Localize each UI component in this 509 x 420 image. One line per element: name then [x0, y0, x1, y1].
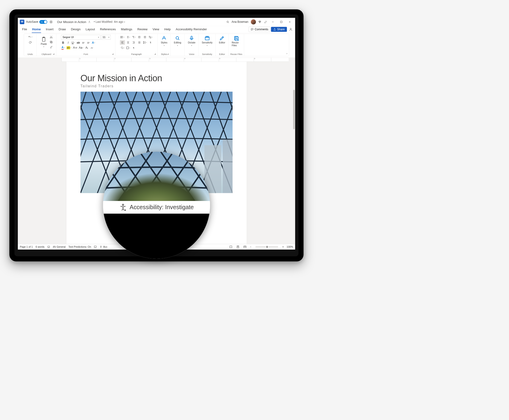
font-name-select[interactable]: Segoe UI▾ — [61, 35, 100, 40]
subscript-button[interactable]: x2 — [81, 41, 85, 45]
eraser-icon[interactable] — [264, 20, 268, 24]
toggle-switch-on[interactable]: On — [39, 20, 47, 24]
sort-button[interactable] — [148, 35, 153, 39]
reuse-files-button[interactable]: Reuse Files — [230, 35, 242, 48]
user-account[interactable]: Ana Bowman — [232, 19, 256, 24]
web-layout-view-icon[interactable] — [243, 245, 247, 249]
align-center-button[interactable] — [125, 40, 131, 45]
text-predictions[interactable]: Text Predictions: On — [68, 245, 91, 248]
tab-layout[interactable]: Layout — [83, 26, 97, 32]
avatar[interactable] — [251, 19, 256, 24]
zoom-in-button[interactable]: + — [282, 245, 284, 248]
multilevel-list-button[interactable] — [131, 35, 136, 39]
display-settings-icon[interactable] — [94, 245, 97, 248]
group-reuse: Reuse Files Reuse Files — [229, 34, 244, 56]
change-case-button[interactable]: Aa — [78, 45, 84, 50]
tab-insert[interactable]: Insert — [44, 26, 56, 32]
shading-button[interactable] — [120, 45, 125, 50]
tab-accessibility-reminder[interactable]: Accessibility Reminder — [173, 26, 209, 32]
paragraph-marks-button[interactable]: ¶ — [131, 45, 136, 50]
undo-button[interactable] — [28, 35, 33, 39]
tab-help[interactable]: Help — [162, 26, 173, 32]
justify-button[interactable] — [137, 40, 142, 45]
paragraph-dialog-launcher[interactable]: ◢ — [155, 53, 157, 55]
editing-button[interactable]: Editing▾ — [172, 35, 183, 47]
copy-button[interactable] — [49, 40, 53, 44]
superscript-button[interactable]: x2 — [86, 41, 91, 45]
grow-font-button[interactable]: A▴ — [85, 45, 89, 50]
share-button[interactable]: Share — [271, 27, 287, 32]
tab-design[interactable]: Design — [69, 26, 83, 32]
group-styles: Styles▾ Styles ◢ — [158, 34, 171, 56]
autosave-toggle[interactable]: AutoSave On — [26, 20, 47, 24]
document-heading[interactable]: Our Mission in Action — [81, 73, 233, 83]
print-layout-view-icon[interactable] — [236, 245, 240, 249]
ribbon: Undo Paste▾ Clipboard ◢ Segoe UI▾ 11▾ B … — [18, 33, 295, 58]
clear-formatting-button[interactable]: A⌫ — [73, 45, 77, 50]
page-count[interactable]: Page 1 of 1 — [20, 245, 33, 248]
styles-button[interactable]: Styles▾ — [159, 35, 169, 47]
close-button[interactable] — [286, 19, 293, 25]
tab-view[interactable]: View — [150, 26, 162, 32]
horizontal-ruler[interactable]: 123456 — [61, 58, 289, 62]
font-dialog-launcher[interactable]: ◢ — [112, 53, 115, 55]
scrollbar-thumb[interactable] — [293, 90, 295, 129]
comments-button[interactable]: Comments — [249, 27, 270, 32]
highlight-button[interactable]: ab — [66, 45, 72, 50]
align-left-button[interactable] — [120, 40, 125, 45]
maximize-button[interactable] — [278, 19, 285, 25]
cut-button[interactable] — [49, 35, 53, 39]
save-icon[interactable] — [49, 20, 53, 24]
accessibility-status[interactable]: Acc — [99, 245, 107, 248]
redo-button[interactable] — [28, 40, 32, 44]
account-manager-icon[interactable] — [288, 27, 293, 32]
search-icon[interactable] — [226, 20, 230, 24]
decrease-indent-button[interactable] — [137, 35, 142, 39]
show-marks-button[interactable]: ¶ — [148, 40, 153, 45]
increase-indent-button[interactable] — [142, 35, 148, 39]
text-effects-button[interactable]: A — [91, 41, 96, 45]
word-count[interactable]: 6 words — [36, 245, 44, 248]
zoom-slider[interactable] — [256, 247, 278, 247]
tab-review[interactable]: Review — [135, 26, 150, 32]
styles-dialog-launcher[interactable]: ◢ — [167, 53, 170, 55]
dictate-button[interactable]: Dictate▾ — [187, 35, 197, 47]
font-color-button[interactable]: A — [61, 45, 65, 50]
document-title[interactable]: Our Mission in Action — [57, 20, 86, 24]
last-modified[interactable]: • Last Modified: 4m ago▾ — [94, 20, 125, 23]
font-size-select[interactable]: 11▾ — [101, 35, 111, 40]
focus-view-icon[interactable] — [229, 245, 233, 249]
align-right-button[interactable] — [131, 40, 136, 45]
tab-references[interactable]: References — [98, 26, 118, 32]
minimize-button[interactable] — [269, 19, 276, 25]
tab-home[interactable]: Home — [30, 26, 43, 32]
sensitivity-status[interactable]: General — [53, 245, 66, 248]
focus-mode-icon[interactable] — [47, 245, 50, 248]
paste-button[interactable]: Paste▾ — [39, 35, 48, 49]
tab-draw[interactable]: Draw — [56, 26, 68, 32]
diamond-premium-icon[interactable] — [258, 20, 262, 24]
zoom-level[interactable]: 100% — [287, 245, 293, 248]
shared-with-icon[interactable] — [88, 20, 91, 23]
strikethrough-button[interactable]: ab — [76, 41, 81, 45]
svg-rect-0 — [50, 21, 52, 23]
shrink-font-button[interactable]: A▾ — [90, 45, 94, 50]
clipboard-dialog-launcher[interactable]: ◢ — [53, 53, 55, 55]
format-painter-button[interactable] — [49, 45, 53, 49]
group-editor: Editor Editor — [216, 34, 229, 56]
line-spacing-button[interactable] — [142, 40, 148, 45]
vertical-scrollbar[interactable] — [292, 62, 295, 244]
bold-button[interactable]: B — [61, 41, 65, 45]
collapse-ribbon-button[interactable]: ⌵ — [286, 52, 288, 54]
numbering-button[interactable] — [125, 35, 131, 39]
italic-button[interactable]: I — [66, 41, 70, 45]
document-subheading[interactable]: Tailwind Traders — [81, 84, 233, 88]
underline-button[interactable]: U — [71, 41, 75, 45]
editor-button[interactable]: Editor — [218, 35, 227, 45]
zoom-out-button[interactable]: − — [250, 245, 251, 248]
tab-file[interactable]: File — [20, 26, 29, 32]
tab-mailings[interactable]: Mailings — [119, 26, 135, 32]
bullets-button[interactable] — [120, 35, 125, 39]
borders-button[interactable] — [125, 45, 131, 50]
sensitivity-button[interactable]: Sensitivity▾ — [200, 35, 214, 47]
